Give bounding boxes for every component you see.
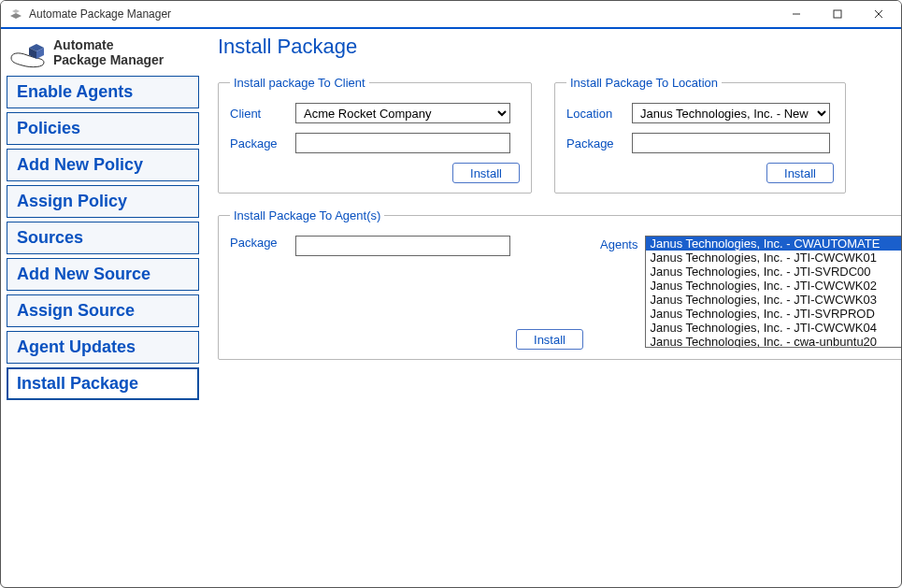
group-install-agents-legend: Install Package To Agent(s) xyxy=(230,208,384,222)
agents-package-input[interactable] xyxy=(295,236,510,256)
location-package-label: Package xyxy=(566,136,632,151)
agent-option[interactable]: Janus Technologies, Inc. - JTI-SVRDC00 xyxy=(646,265,902,279)
client-package-input[interactable] xyxy=(295,133,510,153)
agent-option[interactable]: Janus Technologies, Inc. - cwa-unbuntu20 xyxy=(646,335,902,348)
agents-package-label: Package xyxy=(230,236,295,256)
brand-logo-icon xyxy=(8,35,48,70)
client-label: Client xyxy=(230,107,295,121)
page-title: Install Package xyxy=(218,35,902,59)
install-location-button[interactable]: Install xyxy=(766,163,834,183)
agent-option[interactable]: Janus Technologies, Inc. - JTI-CWCWK01 xyxy=(646,251,902,265)
group-install-client: Install package To Client Client Acme Ro… xyxy=(218,76,532,194)
group-install-client-legend: Install package To Client xyxy=(230,76,369,90)
brand-line2: Package Manager xyxy=(53,52,164,67)
brand: Automate Package Manager xyxy=(7,33,199,76)
nav-item-add-new-policy[interactable]: Add New Policy xyxy=(7,149,199,181)
nav-item-install-package[interactable]: Install Package xyxy=(7,367,199,400)
main: Install Package Install package To Clien… xyxy=(218,33,902,581)
group-install-location: Install Package To Location Location Jan… xyxy=(554,76,846,194)
agent-option[interactable]: Janus Technologies, Inc. - CWAUTOMATE xyxy=(646,237,902,251)
nav: Enable AgentsPoliciesAdd New PolicyAssig… xyxy=(7,76,199,400)
window-title: Automate Package Manager xyxy=(29,7,776,21)
install-agents-button[interactable]: Install xyxy=(516,329,583,350)
window-titlebar: Automate Package Manager xyxy=(1,1,901,29)
agents-label: Agents xyxy=(600,236,637,251)
brand-line1: Automate xyxy=(53,37,164,52)
nav-item-enable-agents[interactable]: Enable Agents xyxy=(7,76,199,108)
agents-listbox[interactable]: Janus Technologies, Inc. - CWAUTOMATEJan… xyxy=(645,236,902,348)
agent-option[interactable]: Janus Technologies, Inc. - JTI-CWCWK02 xyxy=(646,279,902,293)
sidebar: Automate Package Manager Enable AgentsPo… xyxy=(7,33,199,581)
close-button[interactable] xyxy=(858,1,899,27)
location-label: Location xyxy=(566,107,632,121)
app-icon xyxy=(8,7,23,22)
agent-option[interactable]: Janus Technologies, Inc. - JTI-SVRPROD xyxy=(646,307,902,321)
nav-item-assign-policy[interactable]: Assign Policy xyxy=(7,185,199,218)
minimize-button[interactable] xyxy=(776,1,817,27)
nav-item-agent-updates[interactable]: Agent Updates xyxy=(7,331,199,364)
group-install-agents: Install Package To Agent(s) Package Inst… xyxy=(218,208,902,360)
client-package-label: Package xyxy=(230,136,295,151)
brand-text: Automate Package Manager xyxy=(53,37,164,67)
nav-item-policies[interactable]: Policies xyxy=(7,112,199,145)
location-package-input[interactable] xyxy=(632,133,830,153)
install-client-button[interactable]: Install xyxy=(452,163,520,183)
agent-option[interactable]: Janus Technologies, Inc. - JTI-CWCWK04 xyxy=(646,321,902,335)
nav-item-assign-source[interactable]: Assign Source xyxy=(7,294,199,327)
svg-rect-1 xyxy=(834,10,841,18)
nav-item-sources[interactable]: Sources xyxy=(7,222,199,254)
maximize-button[interactable] xyxy=(817,1,858,27)
nav-item-add-new-source[interactable]: Add New Source xyxy=(7,258,199,291)
agent-option[interactable]: Janus Technologies, Inc. - JTI-CWCWK03 xyxy=(646,293,902,307)
group-install-location-legend: Install Package To Location xyxy=(566,76,722,90)
location-select[interactable]: Janus Technologies, Inc. - New Com xyxy=(632,103,830,123)
client-select[interactable]: Acme Rocket Company xyxy=(295,103,510,123)
